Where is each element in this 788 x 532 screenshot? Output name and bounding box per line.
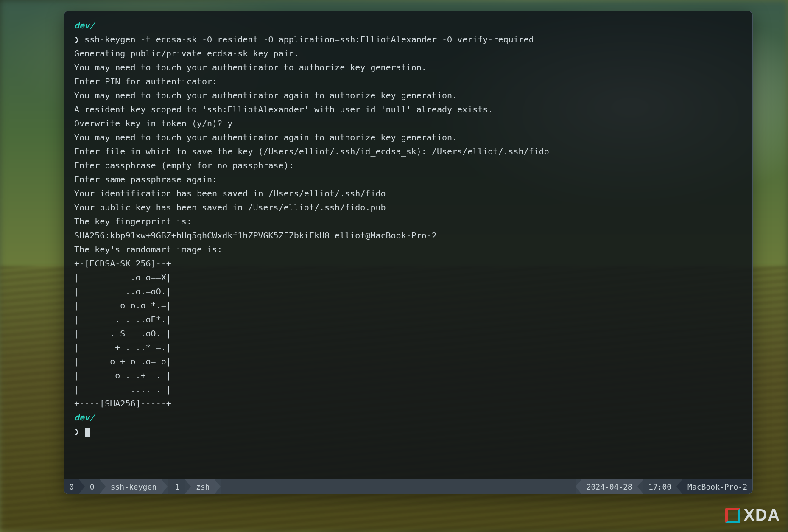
output-line: Overwrite key in token (y/n)? y <box>74 117 742 131</box>
status-time: 17:00 <box>643 479 676 494</box>
randomart-line: +----[SHA256]-----+ <box>74 397 742 411</box>
output-line: The key fingerprint is: <box>74 215 742 229</box>
separator-icon <box>215 479 221 494</box>
watermark: XDA <box>725 506 780 524</box>
output-line: Enter passphrase (empty for no passphras… <box>74 159 742 173</box>
randomart-line: | + . ..* =.| <box>74 341 742 355</box>
output-line: You may need to touch your authenticator… <box>74 61 742 75</box>
command-text: ssh-keygen -t ecdsa-sk -O resident -O ap… <box>84 34 534 45</box>
watermark-text: XDA <box>744 506 780 524</box>
prompt-symbol: ❯ <box>74 426 79 437</box>
tmux-status-bar[interactable]: 0 0 ssh-keygen 1 zsh 2024-04-28 17:00 Ma… <box>64 479 752 494</box>
output-line: Enter same passphrase again: <box>74 173 742 187</box>
separator-icon <box>676 479 682 494</box>
output-line: Your public key has been saved in /Users… <box>74 201 742 215</box>
prompt-line-2: dev/ <box>74 411 742 425</box>
randomart-line: | ..o.=oO.| <box>74 285 742 299</box>
terminal-window[interactable]: dev/ ❯ ssh-keygen -t ecdsa-sk -O residen… <box>64 11 753 494</box>
status-date: 2024-04-28 <box>581 479 637 494</box>
output-line: Enter PIN for authenticator: <box>74 75 742 89</box>
separator-icon <box>576 479 581 494</box>
randomart-line: | o . .+ . | <box>74 369 742 383</box>
randomart-line: | o + o .o= o| <box>74 355 742 369</box>
command-line: ❯ ssh-keygen -t ecdsa-sk -O resident -O … <box>74 33 742 47</box>
output-line: SHA256:kbp91xw+9GBZ+hHq5qhCWxdkf1hZPVGK5… <box>74 229 742 243</box>
randomart-line: | o o.o *.=| <box>74 299 742 313</box>
terminal-content[interactable]: dev/ ❯ ssh-keygen -t ecdsa-sk -O residen… <box>64 11 752 479</box>
separator-icon <box>162 479 168 494</box>
randomart-line: | .... . | <box>74 383 742 397</box>
status-window-name[interactable]: ssh-keygen <box>106 479 162 494</box>
prompt-path: dev/ <box>74 412 95 423</box>
status-host: MacBook-Pro-2 <box>682 479 752 494</box>
prompt-line-1: dev/ <box>74 19 742 33</box>
status-left: 0 0 ssh-keygen 1 zsh <box>64 479 221 494</box>
status-window-index[interactable]: 0 <box>85 479 100 494</box>
output-line: Generating public/private ecdsa-sk key p… <box>74 47 742 61</box>
separator-icon <box>185 479 191 494</box>
output-line: The key's randomart image is: <box>74 243 742 257</box>
output-line: You may need to touch your authenticator… <box>74 89 742 103</box>
output-line: A resident key scoped to 'ssh:ElliotAlex… <box>74 103 742 117</box>
separator-icon <box>637 479 643 494</box>
status-pane-index[interactable]: 1 <box>170 479 185 494</box>
status-session-index[interactable]: 0 <box>64 479 79 494</box>
separator-icon <box>79 479 85 494</box>
randomart-line: | . . ..oE*.| <box>74 313 742 327</box>
output-line: Your identification has been saved in /U… <box>74 187 742 201</box>
output-line: You may need to touch your authenticator… <box>74 131 742 145</box>
xda-logo-icon <box>725 508 740 523</box>
randomart-line: +-[ECDSA-SK 256]--+ <box>74 257 742 271</box>
output-line: Enter file in which to save the key (/Us… <box>74 145 742 159</box>
command-line-empty[interactable]: ❯ <box>74 425 742 439</box>
status-shell[interactable]: zsh <box>191 479 215 494</box>
randomart-line: | . S .oO. | <box>74 327 742 341</box>
separator-icon <box>100 479 106 494</box>
randomart-line: | .o o==X| <box>74 271 742 285</box>
cursor-icon <box>85 428 90 437</box>
prompt-symbol: ❯ <box>74 34 79 45</box>
prompt-path: dev/ <box>74 20 95 31</box>
status-right: 2024-04-28 17:00 MacBook-Pro-2 <box>576 479 752 494</box>
